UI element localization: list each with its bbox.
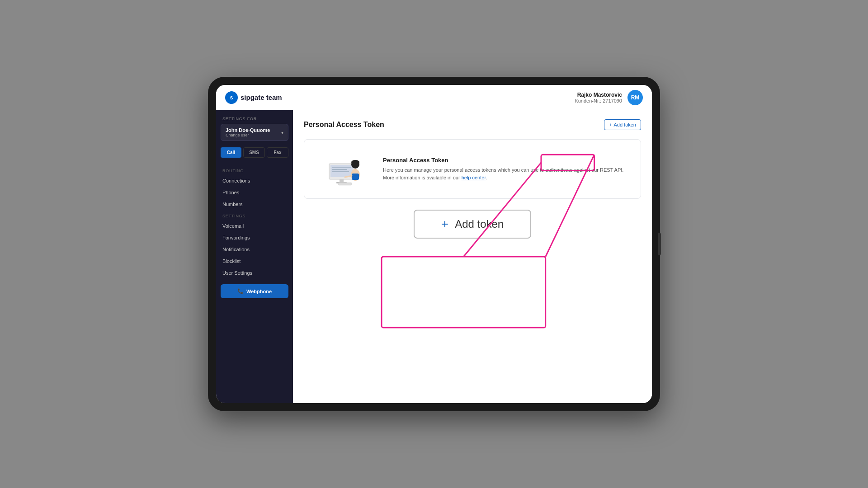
user-name: Rajko Mastorovic	[575, 92, 622, 98]
webphone-button[interactable]: 📞 Webphone	[221, 284, 288, 298]
settings-for-label: SETTINGS FOR	[216, 117, 293, 121]
info-card-text: Personal Access Token Here you can manag…	[383, 157, 623, 181]
sidebar-item-forwardings[interactable]: Forwardings	[216, 232, 293, 244]
sms-button[interactable]: SMS	[243, 147, 265, 158]
svg-rect-5	[340, 179, 344, 182]
sidebar-item-user-settings[interactable]: User Settings	[216, 267, 293, 279]
sidebar-item-phones[interactable]: Phones	[216, 187, 293, 198]
add-token-button-large[interactable]: + Add token	[414, 210, 531, 239]
webphone-icon: 📞	[237, 288, 244, 294]
info-card-description: Here you can manage your personal access…	[383, 166, 623, 181]
avatar: RM	[627, 90, 643, 105]
change-user-label: Change user	[226, 133, 270, 137]
chevron-down-icon: ▾	[281, 130, 283, 135]
illustration	[313, 149, 372, 189]
add-token-label-large: Add token	[455, 218, 504, 230]
app-header: s sipgate team Rajko Mastorovic Kunden-N…	[216, 85, 652, 110]
logo-text: sipgate team	[241, 94, 282, 101]
info-card: Personal Access Token Here you can manag…	[304, 139, 641, 199]
settings-section-label: SETTINGS	[216, 210, 293, 220]
webphone-label: Webphone	[246, 289, 272, 294]
svg-point-9	[351, 160, 359, 164]
selected-user-name: John Doe-Quuome	[226, 127, 270, 133]
add-token-button-small[interactable]: + Add token	[604, 119, 641, 130]
help-center-link[interactable]: help center	[462, 175, 486, 180]
sidebar-item-blocklist[interactable]: Blocklist	[216, 255, 293, 267]
logo-icon: s	[225, 91, 238, 104]
main-layout: SETTINGS FOR John Doe-Quuome Change user…	[216, 110, 652, 403]
svg-rect-10	[352, 174, 359, 180]
plus-icon-small: +	[609, 122, 612, 127]
routing-section-label: ROUTING	[216, 165, 293, 175]
user-info: Rajko Mastorovic Kunden-Nr.: 2717090	[575, 92, 622, 103]
sidebar-item-numbers[interactable]: Numbers	[216, 198, 293, 210]
svg-rect-12	[338, 183, 352, 185]
call-button[interactable]: Call	[221, 147, 241, 158]
logo: s sipgate team	[225, 91, 282, 104]
sidebar-item-voicemail[interactable]: Voicemail	[216, 220, 293, 232]
svg-rect-1	[330, 165, 353, 177]
tablet-side-button	[658, 233, 661, 255]
sidebar: SETTINGS FOR John Doe-Quuome Change user…	[216, 110, 293, 403]
sidebar-item-connections[interactable]: Connections	[216, 175, 293, 187]
user-id: Kunden-Nr.: 2717090	[575, 98, 622, 103]
action-buttons: Call SMS Fax	[221, 147, 288, 158]
content-area: Personal Access Token + Add token	[293, 110, 652, 403]
add-token-large-wrapper: + Add token	[304, 210, 641, 239]
sidebar-item-notifications[interactable]: Notifications	[216, 244, 293, 255]
add-token-label-small: Add token	[613, 122, 636, 127]
fax-button[interactable]: Fax	[267, 147, 288, 158]
page-title: Personal Access Token	[304, 121, 384, 129]
user-selector[interactable]: John Doe-Quuome Change user ▾	[221, 124, 288, 141]
header-right: Rajko Mastorovic Kunden-Nr.: 2717090 RM	[575, 90, 643, 105]
info-card-heading: Personal Access Token	[383, 157, 623, 164]
page-header: Personal Access Token + Add token	[304, 119, 641, 130]
plus-icon-large: +	[441, 218, 448, 230]
svg-rect-13	[382, 257, 546, 328]
